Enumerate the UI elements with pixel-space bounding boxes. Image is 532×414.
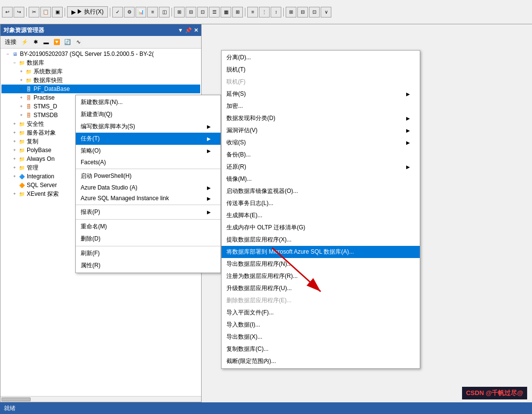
tree-expand-stmsdb[interactable]: + bbox=[18, 112, 25, 119]
ctx-tasks[interactable]: 任务(T) ▶ bbox=[76, 133, 221, 145]
oe-scroll-thumb[interactable] bbox=[1, 397, 31, 401]
tree-expand-db[interactable]: − bbox=[11, 59, 18, 66]
ctx-script-db[interactable]: 编写数据库脚本为(S) ▶ bbox=[76, 121, 221, 133]
oe-horizontal-scrollbar[interactable] bbox=[0, 396, 201, 402]
toolbar-btn-4[interactable]: ▣ bbox=[52, 7, 63, 17]
tree-expand-mgmt[interactable]: + bbox=[11, 164, 18, 171]
sub-detach[interactable]: 分离(D)... bbox=[222, 52, 420, 64]
tree-expand-server[interactable]: − bbox=[4, 51, 11, 57]
ctx-azure-managed[interactable]: Azure SQL Managed Instance link ▶ bbox=[76, 193, 221, 204]
sub-register-dac[interactable]: 注册为数据层应用程序(R)... bbox=[222, 270, 420, 282]
toolbar-btn-10[interactable]: ⊞ bbox=[174, 7, 185, 17]
sub-import-flat[interactable]: 导入平面文件(F)... bbox=[222, 307, 420, 319]
oe-refresh-btn[interactable]: 🔄 bbox=[63, 37, 72, 47]
ctx-reports[interactable]: 报表(P) ▶ bbox=[76, 206, 221, 218]
toolbar-btn-2[interactable]: ✂ bbox=[29, 7, 39, 17]
toolbar-btn-12[interactable]: ⊡ bbox=[197, 7, 208, 17]
toolbar-forward-btn[interactable]: ↪ bbox=[14, 7, 24, 17]
sub-import-data[interactable]: 导入数据(I)... bbox=[222, 319, 420, 331]
toolbar-back-btn[interactable]: ↩ bbox=[2, 7, 13, 17]
oe-toolbar-filter2-btn[interactable]: 🔽 bbox=[52, 37, 62, 47]
ctx-azure-data-studio[interactable]: Azure Data Studio (A) ▶ bbox=[76, 182, 221, 193]
tree-expand-sqlserver[interactable] bbox=[11, 182, 18, 189]
sub-export-dac[interactable]: 导出数据层应用程序(N)... bbox=[222, 258, 420, 270]
sub-mirror-monitor[interactable]: 启动数据库镜像监视器(O)... bbox=[222, 185, 420, 197]
oe-toolbar-disconnect-btn[interactable]: ✱ bbox=[31, 37, 40, 47]
toolbar-btn-7[interactable]: 📊 bbox=[136, 7, 146, 17]
tree-db-snapshot[interactable]: + 📁 数据库快照 bbox=[1, 76, 200, 85]
toolbar-btn-21[interactable]: ⊡ bbox=[309, 7, 320, 17]
ctx-delete[interactable]: 删除(D) bbox=[76, 233, 221, 245]
toolbar-btn-9[interactable]: ◫ bbox=[159, 7, 170, 17]
ctx-properties[interactable]: 属性(R) bbox=[76, 259, 221, 272]
sub-truncate[interactable]: 截断(限定范围内)... bbox=[222, 355, 420, 367]
sub-export-data-label: 导出数据(X)... bbox=[226, 333, 262, 341]
sub-shrink[interactable]: 收缩(S) ▶ bbox=[222, 137, 420, 149]
toolbar-btn-15[interactable]: ⊞ bbox=[232, 7, 243, 17]
oe-summary-btn[interactable]: ∿ bbox=[73, 37, 83, 47]
toolbar-btn-13[interactable]: ☰ bbox=[209, 7, 220, 17]
tree-expand-security[interactable]: + bbox=[11, 121, 18, 127]
sub-upgrade-dac[interactable]: 升级数据层应用程序(U)... bbox=[222, 282, 420, 294]
oe-toolbar-filter-btn[interactable]: ⚡ bbox=[20, 37, 30, 47]
tree-pf-database[interactable]: + 🗄 PF_DataBase bbox=[1, 85, 200, 93]
toolbar-btn-16[interactable]: ≡ bbox=[247, 7, 258, 17]
ctx-new-query[interactable]: 新建查询(Q) bbox=[76, 108, 221, 121]
tree-expand-polybase[interactable]: + bbox=[11, 147, 18, 154]
sub-generate-scripts[interactable]: 生成脚本(E)... bbox=[222, 209, 420, 222]
sub-encrypt[interactable]: 加密... bbox=[222, 100, 420, 112]
toolbar-btn-22[interactable]: ∨ bbox=[321, 7, 331, 17]
sub-data-discovery[interactable]: 数据发现和分类(D) ▶ bbox=[222, 112, 420, 124]
toolbar-btn-6[interactable]: ⚙ bbox=[124, 7, 135, 17]
ctx-new-db[interactable]: 新建数据库(N)... bbox=[76, 96, 221, 108]
toolbar-btn-5[interactable]: ✓ bbox=[112, 7, 123, 17]
tree-expand-serverobj[interactable]: + bbox=[11, 129, 18, 136]
sub-extract-dac[interactable]: 提取数据层应用程序(X)... bbox=[222, 234, 420, 246]
tree-expand-snapshot[interactable]: + bbox=[18, 77, 25, 84]
sub-export-data[interactable]: 导出数据(X)... bbox=[222, 331, 420, 343]
toolbar-btn-14[interactable]: ▦ bbox=[221, 7, 231, 17]
toolbar-btn-8[interactable]: ≡ bbox=[147, 7, 158, 17]
sub-backup[interactable]: 备份(B)... bbox=[222, 149, 420, 161]
sub-offline[interactable]: 脱机(T) bbox=[222, 64, 420, 76]
toolbar-btn-20[interactable]: ⊟ bbox=[297, 7, 308, 17]
oe-pin-btn[interactable]: ▼ bbox=[178, 27, 183, 33]
tree-expand-replication[interactable]: + bbox=[11, 138, 18, 145]
ctx-rename[interactable]: 重命名(M) bbox=[76, 221, 221, 233]
tree-expand-practise[interactable]: + bbox=[18, 94, 25, 101]
toolbar-btn-17[interactable]: ⋮ bbox=[259, 7, 270, 17]
tree-system-db[interactable]: + 📁 系统数据库 bbox=[1, 67, 200, 76]
toolbar-btn-19[interactable]: ⊞ bbox=[286, 7, 296, 17]
ctx-policy[interactable]: 策略(O) ▶ bbox=[76, 145, 221, 157]
sub-copy-db[interactable]: 复制数据库(C)... bbox=[222, 343, 420, 355]
tree-expand-integration[interactable]: + bbox=[11, 173, 18, 180]
tree-expand-xevent[interactable]: + bbox=[11, 190, 18, 197]
sub-truncate-label: 截断(限定范围内)... bbox=[226, 357, 276, 365]
sub-online[interactable]: 联机(F) bbox=[222, 76, 420, 88]
oe-close-btn[interactable]: ✕ bbox=[194, 27, 198, 34]
tree-expand-stmsd[interactable]: + bbox=[18, 103, 25, 110]
sub-delete-dac[interactable]: 删除数据层应用程序(E)... bbox=[222, 294, 420, 307]
sub-mirror[interactable]: 镜像(M)... bbox=[222, 173, 420, 185]
tree-expand-sysdb[interactable]: + bbox=[18, 68, 25, 75]
ctx-powershell[interactable]: 启动 PowerShell(H) bbox=[76, 170, 221, 182]
tree-expand-alwayson[interactable]: + bbox=[11, 155, 18, 162]
sub-deploy-azure[interactable]: 将数据库部署到 Microsoft Azure SQL 数据库(A)... bbox=[222, 246, 420, 258]
toolbar-btn-3[interactable]: 📋 bbox=[40, 7, 51, 17]
oe-toolbar-stop-btn[interactable]: ▬ bbox=[41, 37, 51, 47]
sub-oltp-checklist[interactable]: 生成内存中 OLTP 迁移清单(G) bbox=[222, 222, 420, 234]
execute-button[interactable]: ▶ ▶ 执行(X) bbox=[67, 6, 108, 17]
toolbar-btn-18[interactable]: ↕ bbox=[271, 7, 281, 17]
oe-connect-btn[interactable]: 连接 bbox=[2, 37, 19, 47]
tree-databases-folder[interactable]: − 📁 数据库 bbox=[1, 58, 200, 67]
ctx-facets[interactable]: Facets(A) bbox=[76, 157, 221, 168]
sub-restore[interactable]: 还原(R) ▶ bbox=[222, 161, 420, 173]
toolbar-btn-11[interactable]: ⊟ bbox=[186, 7, 196, 17]
oe-pin-icon[interactable]: 📌 bbox=[185, 27, 192, 34]
sub-stretch[interactable]: 延伸(S) ▶ bbox=[222, 88, 420, 100]
sub-vulnerability[interactable]: 漏洞评估(V) ▶ bbox=[222, 124, 420, 137]
tree-expand-pf[interactable]: + bbox=[18, 86, 25, 92]
sub-log-shipping[interactable]: 传送事务日志(L)... bbox=[222, 197, 420, 209]
ctx-refresh[interactable]: 刷新(F) bbox=[76, 247, 221, 259]
tree-server-node[interactable]: − 🖥 BY-201905202037 (SQL Server 15.0.200… bbox=[1, 50, 200, 58]
